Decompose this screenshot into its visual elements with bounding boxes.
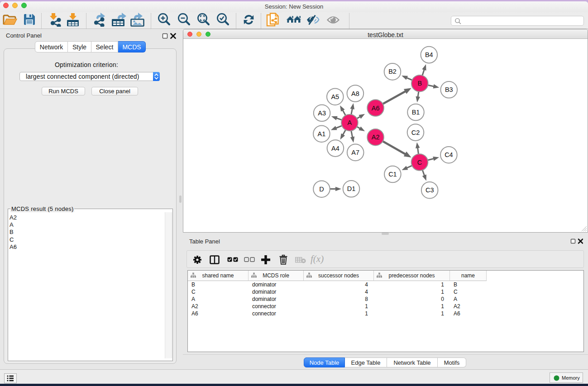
svg-text:A: A xyxy=(348,119,352,126)
svg-text:C4: C4 xyxy=(445,151,453,158)
svg-text:B: B xyxy=(417,80,422,87)
svg-text:A4: A4 xyxy=(331,145,339,152)
svg-text:A3: A3 xyxy=(318,110,326,117)
svg-text:A5: A5 xyxy=(331,93,339,100)
svg-text:B2: B2 xyxy=(388,68,397,75)
svg-text:B3: B3 xyxy=(445,86,453,93)
svg-text:C2: C2 xyxy=(411,129,420,136)
svg-text:C1: C1 xyxy=(388,171,397,178)
svg-text:A1: A1 xyxy=(318,130,326,138)
svg-text:A7: A7 xyxy=(351,149,359,156)
svg-text:A8: A8 xyxy=(351,90,359,97)
svg-text:C: C xyxy=(417,159,422,166)
svg-text:D1: D1 xyxy=(347,185,356,192)
svg-text:B1: B1 xyxy=(412,109,420,116)
svg-text:C3: C3 xyxy=(425,186,434,194)
svg-text:B4: B4 xyxy=(425,51,433,58)
svg-text:A2: A2 xyxy=(372,133,380,141)
svg-text:D: D xyxy=(319,186,324,193)
svg-text:A6: A6 xyxy=(372,105,380,112)
